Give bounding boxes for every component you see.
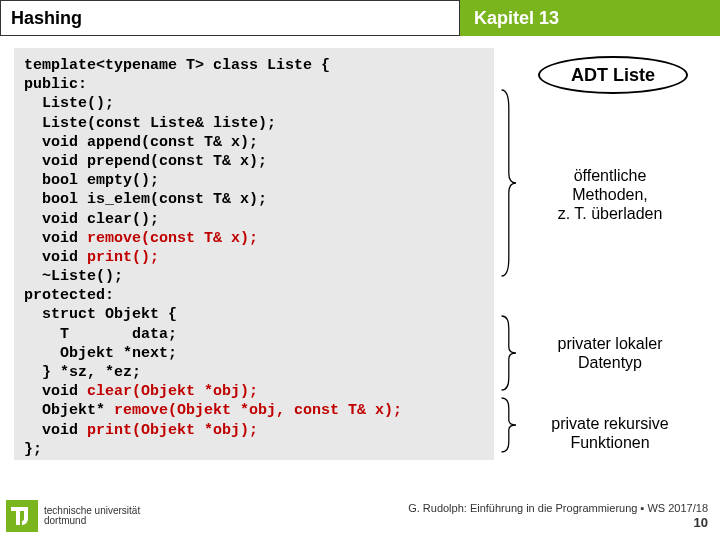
slide-body: template<typename T> class Liste { publi…	[0, 36, 720, 496]
code-line: T data;	[24, 326, 177, 343]
credit-line: G. Rudolph: Einführung in die Programmie…	[408, 502, 708, 515]
code-line: bool is_elem(const T& x);	[24, 191, 267, 208]
annotation-line: Methoden,	[520, 185, 700, 204]
code-emph: print();	[87, 249, 159, 266]
code-line: bool empty();	[24, 172, 159, 189]
code-line: void	[24, 383, 87, 400]
code-line: void clear();	[24, 211, 159, 228]
adt-label: ADT Liste	[571, 65, 655, 86]
page-number: 10	[408, 515, 708, 531]
code-line: void append(const T& x);	[24, 134, 258, 151]
uni-line: dortmund	[44, 516, 140, 527]
tu-logo-icon	[6, 500, 38, 532]
code-emph: remove(Objekt *obj, const T& x);	[114, 402, 402, 419]
code-emph: clear(Objekt *obj);	[87, 383, 258, 400]
code-block: template<typename T> class Liste { publi…	[14, 48, 494, 460]
university-logo: technische universität dortmund	[6, 500, 140, 532]
code-line: Objekt *next;	[24, 345, 177, 362]
header-title-left: Hashing	[0, 0, 460, 36]
code-line: };	[24, 441, 42, 458]
annotation-private-type: privater lokaler Datentyp	[520, 334, 700, 372]
slide-header: Hashing Kapitel 13	[0, 0, 720, 36]
university-name: technische universität dortmund	[44, 506, 140, 527]
header-title-right: Kapitel 13	[460, 0, 720, 36]
code-line: protected:	[24, 287, 114, 304]
brace-icon	[498, 314, 516, 392]
code-line: void	[24, 230, 87, 247]
code-line: void	[24, 249, 87, 266]
annotation-line: Datentyp	[520, 353, 700, 372]
annotation-line: privater lokaler	[520, 334, 700, 353]
svg-rect-0	[6, 500, 38, 532]
footer-credit: G. Rudolph: Einführung in die Programmie…	[408, 502, 708, 531]
code-line: public:	[24, 76, 87, 93]
code-line: } *sz, *ez;	[24, 364, 141, 381]
annotation-private-func: private rekursive Funktionen	[520, 414, 700, 452]
code-line: struct Objekt {	[24, 306, 177, 323]
annotation-line: Funktionen	[520, 433, 700, 452]
code-line: template<typename T> class Liste {	[24, 57, 330, 74]
code-emph: remove(const T& x);	[87, 230, 258, 247]
code-line: void	[24, 422, 87, 439]
brace-icon	[498, 396, 516, 454]
code-line: void prepend(const T& x);	[24, 153, 267, 170]
slide-footer: technische universität dortmund G. Rudol…	[0, 496, 720, 540]
annotation-line: öffentliche	[520, 166, 700, 185]
svg-rect-2	[16, 507, 20, 525]
code-line: Liste(const Liste& liste);	[24, 115, 276, 132]
annotation-public: öffentliche Methoden, z. T. überladen	[520, 166, 700, 224]
annotation-line: private rekursive	[520, 414, 700, 433]
brace-icon	[498, 88, 516, 278]
code-line: Liste();	[24, 95, 114, 112]
code-emph: print(Objekt *obj);	[87, 422, 258, 439]
code-line: Objekt*	[24, 402, 114, 419]
adt-oval: ADT Liste	[538, 56, 688, 94]
code-line: ~Liste();	[24, 268, 123, 285]
annotation-line: z. T. überladen	[520, 204, 700, 223]
